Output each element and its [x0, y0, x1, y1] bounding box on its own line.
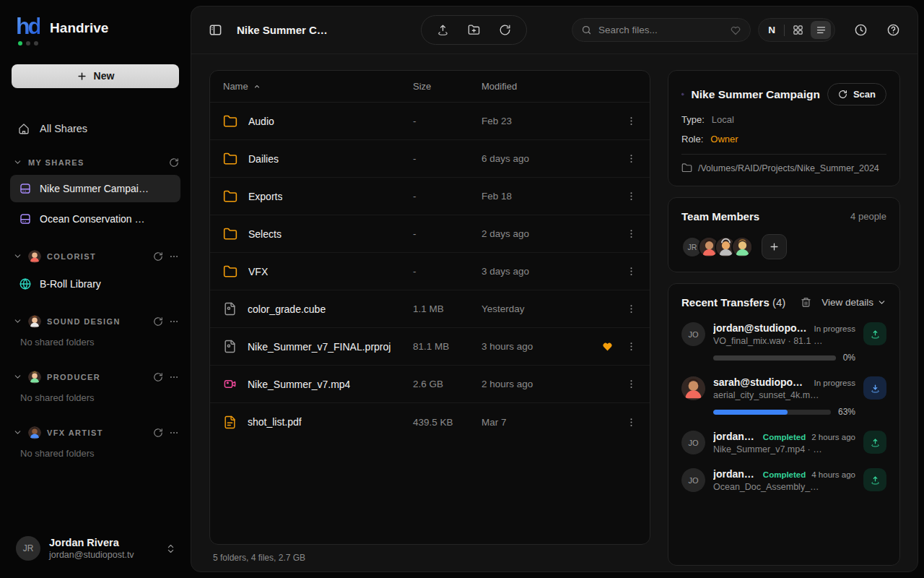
role-header: COLORIST [47, 252, 96, 261]
sidebar-item-broll-library[interactable]: B-Roll Library [10, 270, 180, 298]
column-name[interactable]: Name [223, 81, 413, 92]
globe-icon [19, 277, 32, 290]
activity-history-button[interactable] [854, 23, 868, 37]
file-count-status: 5 folders, 4 files, 2.7 GB [209, 545, 650, 566]
table-row-prproj[interactable]: Nike_Summer_v7_FINAL.prproj 81.1 MB 3 ho… [210, 328, 650, 366]
table-row-selects[interactable]: Selects - 2 days ago [210, 215, 650, 253]
new-folder-button[interactable] [468, 24, 480, 36]
add-member-button[interactable] [762, 234, 787, 259]
row-menu-icon[interactable] [626, 228, 637, 239]
search-input[interactable] [598, 25, 723, 35]
refresh-button[interactable] [499, 24, 511, 36]
refresh-icon[interactable] [153, 428, 163, 438]
table-row-dailies[interactable]: Dailies - 6 days ago [210, 140, 650, 178]
member-avatar-3[interactable] [731, 236, 753, 258]
refresh-icon[interactable] [153, 316, 163, 327]
team-count: 4 people [850, 211, 886, 222]
grid-view-button[interactable] [788, 21, 808, 39]
transfer-status: In progress [814, 379, 855, 387]
list-view-button[interactable] [811, 21, 831, 39]
upload-transfer-button[interactable] [863, 468, 886, 491]
section-vfx-artist[interactable]: VFX ARTIST [10, 420, 180, 445]
transfer-avatar-sarah [681, 376, 705, 400]
brand: hd Handrive [10, 0, 180, 46]
sidebar-toggle-button[interactable] [209, 23, 222, 37]
chevron-down-icon [13, 158, 22, 167]
section-colorist[interactable]: COLORIST [10, 244, 180, 269]
more-icon[interactable] [169, 428, 179, 438]
vfx-artist-avatar [28, 426, 41, 439]
favorite-heart-icon[interactable] [601, 340, 614, 353]
search-bar [572, 18, 751, 42]
column-modified[interactable]: Modified [481, 81, 585, 92]
refresh-icon [838, 90, 847, 99]
progress-percent: 0% [843, 353, 855, 363]
upload-button[interactable] [437, 24, 449, 36]
download-icon [870, 383, 881, 394]
refresh-icon[interactable] [169, 158, 179, 168]
row-menu-icon[interactable] [626, 379, 637, 389]
more-icon[interactable] [169, 372, 179, 382]
refresh-icon[interactable] [153, 251, 163, 262]
sidebar-item-nike-summer[interactable]: Nike Summer Campai… [10, 175, 180, 202]
more-icon[interactable] [169, 316, 179, 327]
section-my-shares[interactable]: MY SHARES [10, 152, 180, 173]
table-row-audio[interactable]: Audio - Feb 23 [210, 103, 650, 140]
transfer-status: In progress [814, 324, 855, 333]
more-icon[interactable] [169, 251, 179, 262]
sound-design-avatar [28, 315, 41, 328]
upload-transfer-button[interactable] [863, 431, 886, 454]
clock-icon [854, 23, 868, 37]
upload-icon [870, 475, 881, 486]
share-path: /Volumes/RAID/Projects/Nike_Summer_2024 [698, 163, 879, 173]
refresh-icon [499, 24, 511, 36]
upload-transfer-button[interactable] [863, 322, 886, 345]
table-row-vfx[interactable]: VFX - 3 days ago [210, 253, 650, 290]
row-menu-icon[interactable] [626, 191, 637, 202]
table-row-pdf[interactable]: shot_list.pdf 439.5 KB Mar 7 [210, 403, 650, 441]
type-label: Type: [681, 114, 705, 125]
account-switcher[interactable]: JR Jordan Rivera jordan@studiopost.tv [10, 526, 180, 578]
scan-button[interactable]: Scan [827, 83, 886, 105]
view-details-button[interactable]: View details [821, 297, 886, 308]
download-transfer-button[interactable] [863, 376, 886, 400]
table-row-mp4[interactable]: Nike_Summer_v7.mp4 2.6 GB 2 hours ago [210, 366, 650, 403]
topbar: Nike Summer C… N [191, 7, 918, 54]
help-button[interactable] [886, 23, 900, 37]
row-menu-icon[interactable] [626, 417, 637, 428]
row-menu-icon[interactable] [626, 341, 637, 352]
user-avatar: JR [16, 536, 40, 561]
transfers-count: (4) [772, 296, 785, 309]
column-size[interactable]: Size [413, 81, 481, 92]
transfer-user: jordan@st… [713, 468, 757, 480]
section-producer[interactable]: PRODUCER [10, 365, 180, 389]
sidebar-item-all-shares[interactable]: All Shares [10, 116, 180, 142]
pdf-icon [223, 415, 237, 429]
role-value: Owner [710, 134, 738, 144]
upload-icon [870, 329, 881, 340]
section-sound-design[interactable]: SOUND DESIGN [10, 309, 180, 334]
transfer-file: Nike_Summer_v7.mp4 · … [713, 444, 855, 454]
all-shares-label: All Shares [40, 123, 87, 134]
upload-icon [437, 24, 449, 36]
sort-key-button[interactable]: N [762, 25, 781, 35]
chevron-down-icon [13, 372, 22, 381]
transfers-title: Recent Transfers (4) [681, 296, 790, 309]
row-menu-icon[interactable] [626, 266, 637, 277]
type-value: Local [712, 114, 734, 125]
user-name: Jordan Rivera [49, 537, 134, 548]
new-button[interactable]: New [12, 64, 179, 88]
share-details-card: Nike Summer Campaign Scan Type:Local Rol… [668, 70, 900, 186]
row-menu-icon[interactable] [626, 303, 637, 314]
favorites-filter-icon[interactable] [730, 25, 741, 36]
sidebar-item-ocean-conservation[interactable]: Ocean Conservation … [10, 205, 180, 233]
transfer-user: jordan@studiopost.tv [713, 322, 808, 334]
new-button-label: New [94, 70, 115, 82]
my-shares-header: MY SHARES [28, 158, 84, 167]
row-menu-icon[interactable] [626, 153, 637, 164]
row-menu-icon[interactable] [626, 116, 637, 126]
table-row-exports[interactable]: Exports - Feb 18 [210, 178, 650, 215]
refresh-icon[interactable] [153, 372, 163, 382]
table-row-color-grade-cube[interactable]: color_grade.cube 1.1 MB Yesterday [210, 290, 650, 328]
clear-transfers-icon[interactable] [801, 297, 811, 308]
